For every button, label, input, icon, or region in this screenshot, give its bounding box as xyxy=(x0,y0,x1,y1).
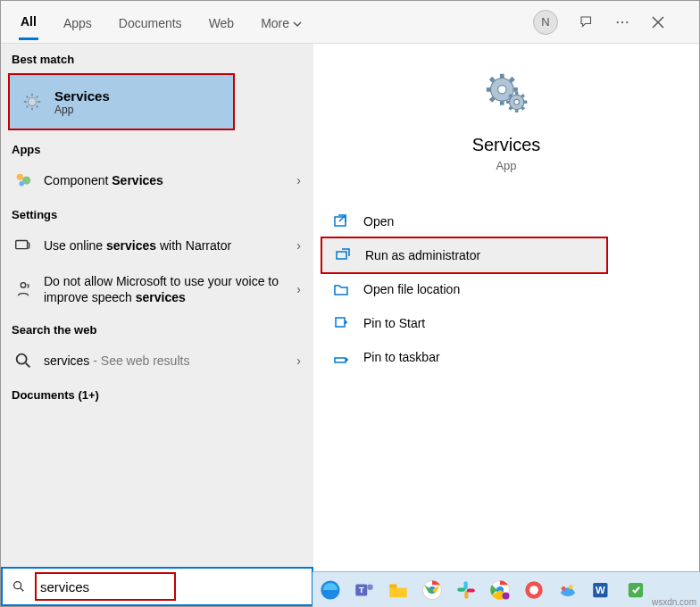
action-open-location[interactable]: Open file location xyxy=(321,272,699,306)
tab-apps[interactable]: Apps xyxy=(62,5,94,39)
taskbar-app1[interactable] xyxy=(520,576,548,604)
result-narrator-services[interactable]: Use online services with Narrator › xyxy=(1,227,313,264)
svg-rect-17 xyxy=(336,318,345,327)
avatar[interactable]: N xyxy=(533,10,558,35)
svg-rect-18 xyxy=(335,358,346,362)
open-icon xyxy=(333,213,349,229)
pin-start-icon xyxy=(333,315,349,331)
section-documents: Documents (1+) xyxy=(1,379,313,407)
results-pane: Best match Services App Apps Component S… xyxy=(1,44,313,606)
best-match-title: Services xyxy=(54,88,110,104)
svg-point-0 xyxy=(617,21,619,22)
svg-point-34 xyxy=(529,586,538,595)
svg-point-1 xyxy=(621,21,623,22)
search-input[interactable] xyxy=(40,579,121,595)
ellipsis-icon[interactable] xyxy=(612,12,633,33)
action-open[interactable]: Open xyxy=(321,204,699,238)
tab-more[interactable]: More xyxy=(259,5,304,39)
details-pane: Services App Open Run as administrator O… xyxy=(313,44,699,606)
action-pin-taskbar[interactable]: Pin to taskbar xyxy=(321,340,699,374)
close-button[interactable] xyxy=(647,12,669,33)
best-match-sub: App xyxy=(54,104,110,116)
svg-point-9 xyxy=(17,354,27,364)
result-web-services[interactable]: services - See web results › xyxy=(1,342,313,379)
taskbar-chrome2[interactable] xyxy=(486,576,514,604)
component-icon xyxy=(13,170,33,190)
shield-icon xyxy=(335,247,351,263)
result-speech-services[interactable]: Do not allow Microsoft to use your voice… xyxy=(1,264,313,314)
chevron-down-icon xyxy=(293,20,302,29)
tab-documents[interactable]: Documents xyxy=(117,5,184,39)
taskbar-app2[interactable] xyxy=(554,576,582,604)
app-subtitle: App xyxy=(313,159,699,172)
narrator-icon xyxy=(13,236,33,255)
svg-text:T: T xyxy=(359,585,364,595)
feedback-icon[interactable] xyxy=(576,12,597,33)
best-match-services[interactable]: Services App xyxy=(8,73,235,130)
section-settings: Settings xyxy=(1,199,313,227)
section-search-web: Search the web xyxy=(1,314,313,342)
svg-text:W: W xyxy=(596,585,605,595)
svg-rect-16 xyxy=(337,252,346,259)
search-icon xyxy=(13,351,33,370)
svg-point-22 xyxy=(367,584,373,590)
svg-rect-27 xyxy=(457,587,465,591)
svg-rect-7 xyxy=(16,241,28,249)
svg-point-8 xyxy=(21,283,26,288)
chevron-right-icon: › xyxy=(296,353,301,368)
action-run-administrator[interactable]: Run as administrator xyxy=(321,237,608,274)
taskbar-edge[interactable] xyxy=(316,576,345,604)
section-best-match: Best match xyxy=(1,44,313,71)
svg-rect-29 xyxy=(467,588,475,592)
svg-point-36 xyxy=(569,585,573,589)
svg-point-2 xyxy=(626,21,628,22)
search-icon xyxy=(12,579,26,594)
gear-icon xyxy=(22,92,42,112)
result-component-services[interactable]: Component Services › xyxy=(1,162,313,199)
svg-point-35 xyxy=(562,586,566,590)
section-apps: Apps xyxy=(1,134,313,162)
svg-point-6 xyxy=(19,181,24,187)
svg-point-3 xyxy=(28,97,36,105)
taskbar-explorer[interactable] xyxy=(384,576,412,604)
speech-icon xyxy=(13,279,33,299)
pin-taskbar-icon xyxy=(333,349,349,365)
taskbar-chrome[interactable] xyxy=(418,576,446,604)
chevron-right-icon: › xyxy=(296,282,301,296)
watermark: wsxdn.com xyxy=(652,597,696,607)
taskbar-slack[interactable] xyxy=(452,576,480,604)
svg-point-14 xyxy=(514,99,520,104)
gear-icon xyxy=(481,69,531,119)
svg-point-4 xyxy=(17,174,23,180)
chevron-right-icon: › xyxy=(296,173,301,187)
action-pin-start[interactable]: Pin to Start xyxy=(321,306,699,340)
taskbar-word[interactable]: W xyxy=(588,576,616,604)
taskbar: T W xyxy=(312,571,700,607)
folder-icon xyxy=(333,281,349,297)
taskbar-app3[interactable] xyxy=(621,576,650,604)
app-title: Services xyxy=(313,135,699,155)
tab-web[interactable]: Web xyxy=(207,5,237,39)
svg-point-10 xyxy=(14,582,21,589)
tab-all[interactable]: All xyxy=(19,4,38,40)
svg-rect-23 xyxy=(389,584,396,587)
chevron-right-icon: › xyxy=(296,238,301,253)
search-bar[interactable] xyxy=(1,567,313,606)
svg-point-12 xyxy=(498,86,506,94)
svg-point-32 xyxy=(502,592,509,599)
header-tabs: All Apps Documents Web More N xyxy=(1,1,699,44)
taskbar-teams[interactable]: T xyxy=(350,576,379,604)
